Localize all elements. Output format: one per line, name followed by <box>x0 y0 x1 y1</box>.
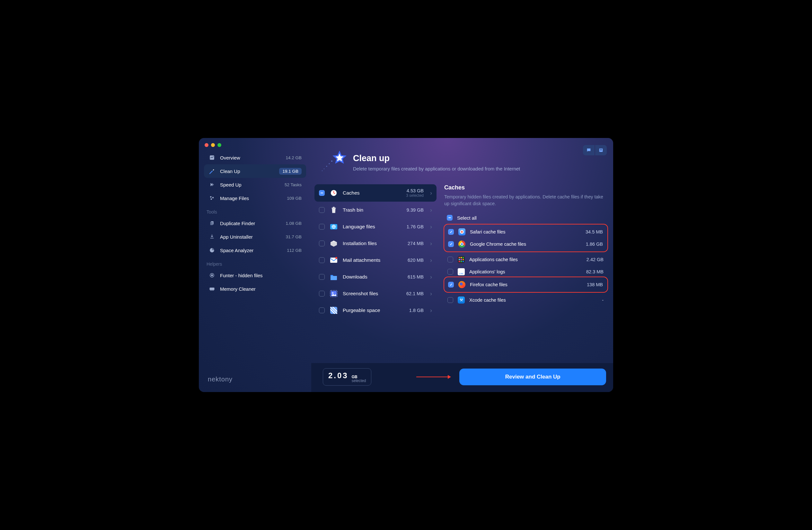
logs-icon: LOG <box>458 268 465 275</box>
sidebar-item-label: Overview <box>220 155 281 161</box>
category-row-downloads[interactable]: Downloads615 MB› <box>315 268 436 285</box>
sidebar-item-memory-cleaner[interactable]: Memory Cleaner <box>204 282 306 295</box>
category-checkbox[interactable] <box>319 257 325 263</box>
svg-rect-12 <box>211 290 211 291</box>
category-row-purgeable-space[interactable]: Purgeable space1.8 GB› <box>315 302 436 319</box>
review-cleanup-button[interactable]: Review and Clean Up <box>459 368 606 385</box>
category-row-screenshot-files[interactable]: Screenshot files62.1 MB› <box>315 285 436 302</box>
category-label: Trash bin <box>343 207 402 213</box>
detail-title: Caches <box>444 184 607 191</box>
sidebar-item-label: Manage Files <box>220 196 282 201</box>
svg-rect-11 <box>210 288 215 290</box>
file-label: Firefox cache files <box>470 282 582 287</box>
chevron-right-icon: › <box>428 240 432 247</box>
chevron-right-icon: › <box>428 207 432 213</box>
analyzer-icon <box>208 247 216 254</box>
category-row-language-files[interactable]: Language files1.76 GB› <box>315 218 436 235</box>
file-row-applications-cache-files[interactable]: Applications cache files2.42 GB <box>444 253 607 266</box>
brand-logo: nektony <box>204 371 306 389</box>
sidebar-item-meta: 31.7 GB <box>286 235 302 239</box>
file-label: Google Chrome cache files <box>470 241 581 247</box>
file-label: Xcode cache files <box>469 297 597 303</box>
sidebar-item-duplicate-finder[interactable]: Duplicate Finder1.08 GB <box>204 217 306 230</box>
category-subtext: 3 selected <box>406 193 424 198</box>
file-row-safari-cache-files[interactable]: Safari cache files34.5 MB <box>445 226 607 238</box>
footer-bar: 2.03 GB selected Review and Clean Up <box>311 363 613 392</box>
category-label: Purgeable space <box>343 307 405 313</box>
category-row-installation-files[interactable]: Installation files274 MB› <box>315 235 436 252</box>
svg-point-5 <box>212 197 214 198</box>
manage-icon <box>208 195 216 201</box>
sidebar-item-space-analyzer[interactable]: Space Analyzer112 GB <box>204 243 306 257</box>
minimize-window-button[interactable] <box>211 143 215 147</box>
chat-icon[interactable] <box>583 145 595 155</box>
file-checkbox[interactable] <box>447 257 453 262</box>
sidebar-item-speed-up[interactable]: Speed Up52 Tasks <box>204 178 306 191</box>
svg-rect-1 <box>600 149 602 150</box>
sidebar-item-label: App Uninstaller <box>220 234 281 240</box>
sidebar-item-app-uninstaller[interactable]: App Uninstaller31.7 GB <box>204 230 306 243</box>
detail-panel: Caches Temporary hidden files created by… <box>444 184 607 363</box>
svg-rect-14 <box>212 290 213 291</box>
category-checkbox[interactable] <box>319 240 325 246</box>
svg-rect-15 <box>213 290 214 291</box>
selected-size-box: 2.03 GB selected <box>323 368 371 386</box>
category-size: 274 MB <box>408 241 424 246</box>
file-row-applications-logs[interactable]: LOGApplications' logs82.3 MB <box>444 266 607 278</box>
sidebar-item-overview[interactable]: Overview14.2 GB <box>204 151 306 164</box>
fullscreen-window-button[interactable] <box>217 143 221 147</box>
sidebar-item-label: Clean Up <box>220 168 275 174</box>
file-size: 82.3 MB <box>586 269 604 274</box>
sidebar-item-meta: 1.08 GB <box>286 221 302 226</box>
file-size: 138 MB <box>587 282 603 287</box>
file-checkbox[interactable] <box>448 282 454 288</box>
svg-point-4 <box>210 196 212 198</box>
category-checkbox[interactable] <box>319 224 325 229</box>
file-row-xcode-cache-files[interactable]: ⚒Xcode cache files- <box>444 294 607 306</box>
category-label: Caches <box>343 190 402 196</box>
sidebar-item-manage-files[interactable]: Manage Files109 GB <box>204 191 306 205</box>
attention-arrow-icon <box>416 374 452 379</box>
category-size: 62.1 MB <box>406 291 424 296</box>
file-row-google-chrome-cache-files[interactable]: Google Chrome cache files1.86 GB <box>445 238 607 250</box>
sidebar-item-clean-up[interactable]: Clean Up19.1 GB <box>204 164 306 178</box>
uninstall-icon <box>208 233 216 240</box>
close-window-button[interactable] <box>205 143 208 147</box>
select-all-checkbox[interactable] <box>447 215 453 221</box>
select-all-row[interactable]: Select all <box>444 213 607 222</box>
sidebar-item-funter-hidden-files[interactable]: Funter - hidden files <box>204 268 306 282</box>
highlight-group: Safari cache files34.5 MBGoogle Chrome c… <box>444 224 608 252</box>
svg-point-10 <box>211 275 213 276</box>
page-header: Clean up Delete temporary files created … <box>311 148 613 184</box>
category-row-mail-attachments[interactable]: Mail attachments620 MB› <box>315 252 436 268</box>
category-checkbox[interactable] <box>319 207 325 213</box>
select-all-label: Select all <box>457 215 477 221</box>
sidebar-item-label: Duplicate Finder <box>220 221 281 226</box>
svg-point-20 <box>322 170 322 171</box>
file-checkbox[interactable] <box>448 241 454 247</box>
sidebar-item-meta: 19.1 GB <box>279 168 302 175</box>
category-checkbox[interactable] <box>319 190 325 196</box>
file-checkbox[interactable] <box>447 297 453 303</box>
news-icon[interactable] <box>595 145 607 155</box>
selected-size-value: 2.03 <box>328 371 348 380</box>
category-checkbox[interactable] <box>319 274 325 280</box>
app-window: Overview14.2 GBClean Up19.1 GBSpeed Up52… <box>199 138 613 392</box>
file-row-firefox-cache-files[interactable]: Firefox cache files138 MB <box>445 279 607 291</box>
highlight-group: Firefox cache files138 MB <box>444 277 608 293</box>
file-size: 2.42 GB <box>586 257 604 262</box>
chevron-right-icon: › <box>428 307 432 314</box>
category-label: Language files <box>343 224 402 229</box>
sidebar-item-meta: 14.2 GB <box>286 155 302 160</box>
duplicate-icon <box>208 220 216 227</box>
svg-rect-13 <box>211 290 212 291</box>
category-checkbox[interactable] <box>319 307 325 313</box>
mail-icon <box>329 256 338 265</box>
category-list: Caches4.53 GB3 selected›Trash bin9.39 GB… <box>315 184 436 363</box>
sidebar-item-label: Speed Up <box>220 182 280 187</box>
category-row-caches[interactable]: Caches4.53 GB3 selected› <box>315 184 436 201</box>
category-row-trash-bin[interactable]: Trash bin9.39 GB› <box>315 201 436 218</box>
file-checkbox[interactable] <box>447 269 453 275</box>
category-checkbox[interactable] <box>319 291 325 296</box>
file-checkbox[interactable] <box>448 229 454 235</box>
